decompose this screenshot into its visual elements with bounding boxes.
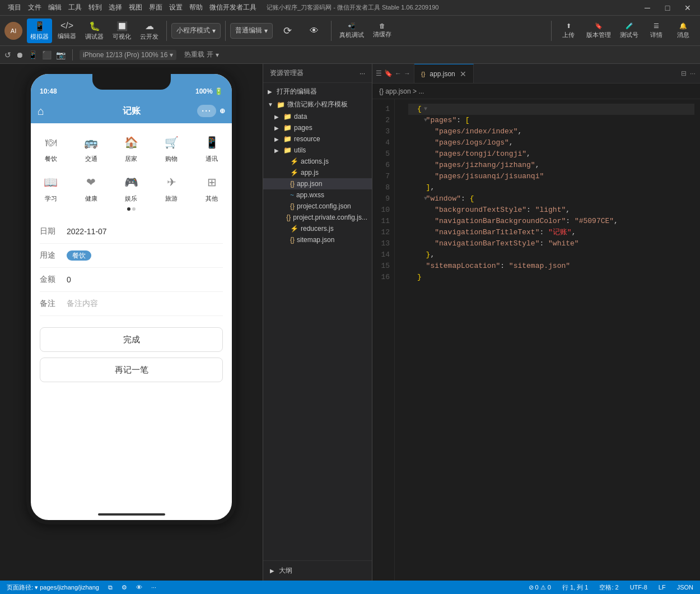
simulator-button[interactable]: 📱 模拟器 [27,18,52,43]
phone-icon[interactable]: 📱 [28,50,38,59]
split-editor-icon[interactable]: ⊟ [681,69,687,77]
refresh-icon[interactable]: ↺ [4,50,11,59]
menu-view[interactable]: 视图 [129,3,142,12]
settings-icon-status[interactable]: ⚙ [119,584,129,591]
note-label: 备注 [40,299,67,309]
cat-telecom[interactable]: 📱 通讯 [192,128,232,168]
menu-edit[interactable]: 编辑 [48,3,62,12]
menu-file[interactable]: 文件 [28,3,41,12]
cat-home[interactable]: 🏠 居家 [111,128,152,168]
hamburger-icon[interactable]: ☰ [376,69,382,77]
cat-travel[interactable]: ✈ 旅游 [151,168,192,215]
copy-path-button[interactable]: ⧉ [106,584,115,591]
maximize-button[interactable]: □ [663,3,672,12]
file-app-js[interactable]: ⚡ app.js [263,167,372,178]
real-machine-button[interactable]: 📲 真机调试 [336,20,367,41]
complete-button[interactable]: 完成 [40,327,223,352]
ca-9[interactable]: ▼ [424,193,427,205]
folder-resource[interactable]: ▶ 📁 resource [263,133,372,145]
add-more-button[interactable]: 再记一笔 [40,358,223,382]
code-editor[interactable]: 1 2 3 4 5 6 7 8 9 10 11 12 13 14 15 16 [372,99,700,581]
project-header[interactable]: ▼ 📁 微信记账小程序模板 [263,98,372,111]
line-ending-status[interactable]: LF [656,584,668,591]
file-sitemap-json[interactable]: {} sitemap.json [263,234,372,245]
device-selector[interactable]: iPhone 12/13 (Pro) 100% 16 ▾ [80,50,176,60]
menu-interface[interactable]: 界面 [149,3,162,12]
cat-entertainment[interactable]: 🎮 娱乐 [111,168,152,215]
menu-goto[interactable]: 转到 [88,3,102,12]
menu-help[interactable]: 帮助 [189,3,203,12]
file-actions-js[interactable]: ⚡ actions.js [263,156,372,167]
folder-pages[interactable]: ▶ 📁 pages [263,122,372,133]
editor-button[interactable]: </> 编辑器 [54,18,80,43]
outline-header[interactable]: ▶ 大纲 [270,564,365,577]
bookmark-icon[interactable]: 🔖 [384,69,393,77]
nav-back-button[interactable]: ⌂ [38,105,44,118]
nav-back-icon[interactable]: ← [395,69,402,77]
cat-health[interactable]: ❤ 健康 [71,168,111,215]
note-input[interactable]: 备注内容 [67,299,223,309]
nav-forward-icon[interactable]: → [404,69,410,77]
file-reducers-js[interactable]: ⚡ reducers.js [263,223,372,234]
hotreload-button[interactable]: 热重载 开 ▾ [181,49,222,61]
cat-other[interactable]: ⊞ 其他 [192,168,232,215]
code-content[interactable]: ▼ ▼ ▼ { "pages": [ [395,99,694,581]
file-app-wxss[interactable]: ~ app.wxss [263,189,372,201]
filetree-menu-icon[interactable]: ··· [360,69,365,77]
editor-scrollbar[interactable] [694,99,700,581]
mode-dropdown[interactable]: 小程序模式 ▾ [171,23,221,39]
date-value[interactable]: 2022-11-07 [67,227,223,236]
ca-2[interactable]: ▼ [424,115,427,126]
encoding-status[interactable]: UTF-8 [628,584,650,591]
file-project-config[interactable]: {} project.config.json [263,201,372,212]
compiler-dropdown[interactable]: 普通编辑 ▾ [230,23,273,39]
folder-utils[interactable]: ▶ 📁 utils [263,145,372,156]
preview-button[interactable]: 👁 [302,24,326,38]
messages-button[interactable]: 🔔 消息 [671,20,696,41]
cat-transport[interactable]: 🚌 交通 [71,128,111,168]
cat-dining[interactable]: 🍽 餐饮 [31,128,71,168]
menu-tools[interactable]: 工具 [68,3,82,12]
record-icon[interactable]: ⏺ [16,50,24,59]
close-button[interactable]: ✕ [683,3,692,12]
compile-button[interactable]: ⟳ [275,22,300,39]
upload-button[interactable]: ⬆ 上传 [556,20,581,41]
visible-button[interactable]: 🔲 可视化 [109,18,134,43]
file-app-json[interactable]: {} app.json [263,178,372,189]
details-button[interactable]: ☰ 详情 [644,20,669,41]
menu-weixin[interactable]: 微信开发者工具 [209,3,256,12]
test-button[interactable]: 🧪 测试号 [617,20,642,41]
use-value[interactable]: 餐饮 [67,250,223,261]
line-col-status[interactable]: 行 1, 列 1 [560,583,590,592]
amount-value[interactable]: 0 [67,275,223,284]
avatar[interactable]: AI [4,22,22,40]
tab-app-json[interactable]: {} app.json ✕ [414,64,474,83]
ca-1[interactable]: ▼ [424,104,427,115]
version-icon: 🔖 [595,22,603,30]
menu-select[interactable]: 选择 [109,3,122,12]
clean-cache-button[interactable]: 🗑 清缓存 [370,20,395,41]
more-options-icon[interactable]: ··· [690,69,696,77]
minimize-button[interactable]: ─ [643,3,652,12]
folder-data[interactable]: ▶ 📁 data [263,111,372,122]
preview-icon-status[interactable]: 👁 [134,584,144,591]
cat-shopping[interactable]: 🛒 购物 [151,128,192,168]
file-project-private[interactable]: {} project.private.config.js... [263,212,372,223]
path-label[interactable]: 页面路径: ▾ pages/jizhang/jizhang [4,583,101,592]
spaces-status[interactable]: 空格: 2 [597,583,620,592]
cat-study[interactable]: 📖 学习 [31,168,71,215]
errors-count[interactable]: ⊘ 0 ⚠ 0 [526,584,553,591]
screenshot-icon[interactable]: 📷 [56,50,66,59]
nav-extra-button[interactable]: ⊕ [220,107,225,115]
menu-settings[interactable]: 设置 [169,3,183,12]
open-editors-header[interactable]: ▶ 打开的编辑器 [263,85,372,98]
screen-icon[interactable]: ⬛ [42,50,52,59]
nav-dots-button[interactable]: ··· [197,105,216,117]
version-button[interactable]: 🔖 版本管理 [583,20,614,41]
more-icon-status[interactable]: ··· [149,584,158,591]
clouddev-button[interactable]: ☁ 云开发 [137,18,162,43]
menu-project[interactable]: 项目 [8,3,21,12]
debugger-button[interactable]: 🐛 调试器 [82,18,107,43]
language-status[interactable]: JSON [675,584,696,591]
tab-close-button[interactable]: ✕ [460,69,466,78]
